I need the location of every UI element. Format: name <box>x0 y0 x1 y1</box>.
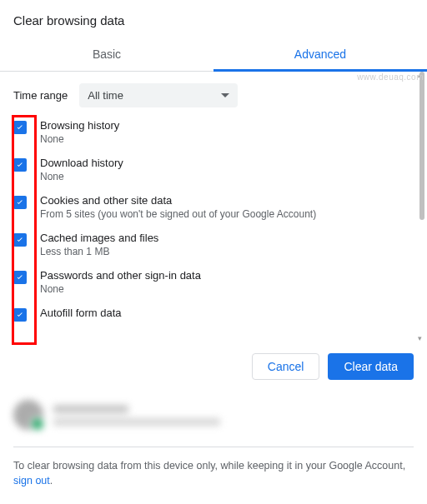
checkbox-download-history[interactable] <box>13 158 27 172</box>
account-email-placeholder <box>53 418 220 426</box>
footer-text-before: To clear browsing data from this device … <box>13 460 405 472</box>
account-text <box>53 405 220 426</box>
checkbox-passwords[interactable] <box>13 271 27 284</box>
item-text: Browsing history None <box>40 119 119 145</box>
tabs: Basic Advanced <box>0 37 427 72</box>
check-icon <box>15 272 25 282</box>
item-sub: None <box>40 133 119 145</box>
item-title: Autofill form data <box>40 307 122 319</box>
check-icon <box>15 122 25 132</box>
checkbox-browsing-history[interactable] <box>13 121 27 134</box>
time-range-label: Time range <box>13 89 68 102</box>
checkbox-autofill[interactable] <box>13 308 27 322</box>
list-item: Passwords and other sign-in data None <box>13 269 409 295</box>
scroll-down-icon[interactable]: ▾ <box>418 334 426 342</box>
check-icon <box>15 197 25 207</box>
time-range-value: All time <box>88 89 123 102</box>
checkbox-cache[interactable] <box>13 233 27 247</box>
item-sub: Less than 1 MB <box>40 246 158 257</box>
time-range-row: Time range All time <box>13 83 409 107</box>
dialog-actions: Cancel Clear data <box>0 342 427 395</box>
item-sub: From 5 sites (you won't be signed out of… <box>40 208 316 220</box>
item-sub: None <box>40 283 201 295</box>
checkbox-cookies[interactable] <box>13 196 27 209</box>
list-item: Cached images and files Less than 1 MB <box>13 232 409 257</box>
account-name-placeholder <box>53 405 128 413</box>
check-icon <box>15 310 25 320</box>
item-text: Download history None <box>40 157 123 182</box>
scrollbar-thumb[interactable] <box>419 72 424 220</box>
check-icon <box>15 160 25 170</box>
watermark: www.deuaq.com <box>357 72 424 82</box>
time-range-select[interactable]: All time <box>79 83 238 107</box>
chevron-down-icon <box>221 93 229 97</box>
tab-advanced[interactable]: Advanced <box>214 37 427 71</box>
item-sub: None <box>40 171 123 182</box>
item-text: Cookies and other site data From 5 sites… <box>40 194 316 220</box>
item-title: Download history <box>40 157 123 169</box>
item-title: Cookies and other site data <box>40 194 316 207</box>
item-text: Cached images and files Less than 1 MB <box>40 232 158 257</box>
account-row <box>0 395 427 435</box>
sign-out-link[interactable]: sign out <box>13 475 50 487</box>
cancel-button[interactable]: Cancel <box>252 353 320 380</box>
avatar <box>13 400 43 430</box>
list-item: Download history None <box>13 157 409 182</box>
item-title: Cached images and files <box>40 232 158 244</box>
tab-basic[interactable]: Basic <box>0 37 214 71</box>
item-text: Passwords and other sign-in data None <box>40 269 201 295</box>
list-item: Autofill form data <box>13 307 409 322</box>
data-type-list: Browsing history None Download history N… <box>13 119 409 322</box>
dialog-body: Time range All time Browsing history Non <box>0 72 427 342</box>
footer-text-after: . <box>50 475 53 487</box>
item-text: Autofill form data <box>40 307 122 319</box>
divider <box>13 447 414 447</box>
dialog-title: Clear browsing data <box>0 0 427 37</box>
list-item: Browsing history None <box>13 119 409 145</box>
item-title: Browsing history <box>40 119 119 132</box>
scroll-area: Time range All time Browsing history Non <box>13 83 414 342</box>
list-item: Cookies and other site data From 5 sites… <box>13 194 409 220</box>
footer-note: To clear browsing data from this device … <box>0 459 427 503</box>
item-title: Passwords and other sign-in data <box>40 269 201 282</box>
scrollbar[interactable]: ▴ ▾ <box>419 72 424 342</box>
check-icon <box>15 235 25 245</box>
clear-data-button[interactable]: Clear data <box>328 353 414 380</box>
